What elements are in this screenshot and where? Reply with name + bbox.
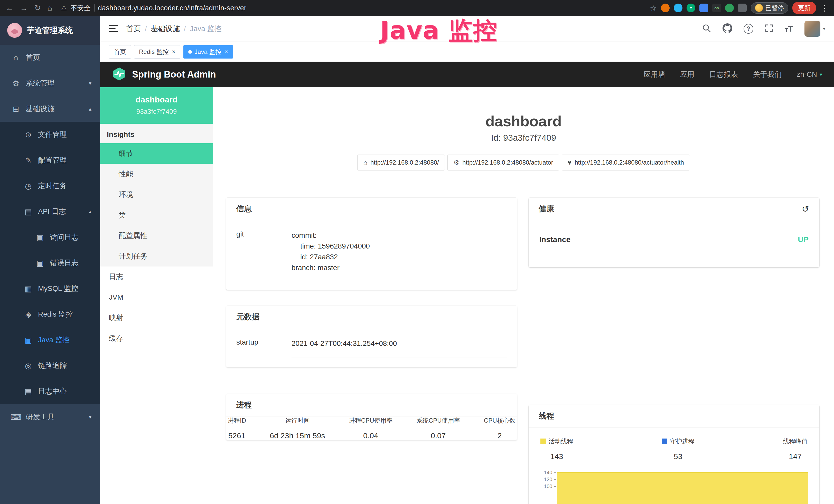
header-actions: ? TT ▾ (702, 21, 825, 37)
sidebar-item-java-monitor[interactable]: ▣ Java 监控 (0, 327, 100, 353)
annotation-java-monitor: Java 监控 (380, 15, 498, 47)
sba-item-mappings[interactable]: 映射 (100, 307, 213, 328)
y-tick: 140 (539, 469, 556, 476)
insights-section-label: Insights (100, 124, 213, 143)
service-url-button[interactable]: ⌂ http://192.168.0.2:48080/ (357, 155, 445, 170)
sidebar-item-home[interactable]: ⌂ 首页 (0, 45, 100, 70)
extension-icon[interactable]: Y (686, 4, 695, 12)
breadcrumb: 首页 / 基础设施 / Java 监控 (126, 24, 222, 33)
sidebar-item-label: 配置管理 (38, 155, 67, 165)
sba-item-classes[interactable]: 类 (100, 205, 213, 225)
home-icon[interactable]: ⌂ (47, 4, 52, 12)
locale-select[interactable]: zh-CN ▾ (797, 70, 822, 78)
admin-menu: ⌂ 首页 ⚙ 系统管理 ▾ ⊞ 基础设施 ▴ ⊙ 文件管理 ✎ 配置管 (0, 45, 100, 430)
close-icon[interactable]: × (224, 48, 228, 55)
nav-applications[interactable]: 应用 (680, 70, 695, 79)
font-size-icon[interactable]: TT (785, 24, 793, 33)
devtools-icon: ⌨ (10, 413, 22, 421)
sba-item-config-props[interactable]: 配置属性 (100, 225, 213, 246)
breadcrumb-separator: / (145, 25, 147, 33)
chevron-down-icon: ▾ (823, 26, 825, 31)
hamburger-icon[interactable] (109, 24, 119, 33)
sidebar-item-mysql-monitor[interactable]: ▦ MySQL 监控 (0, 276, 100, 301)
spring-boot-admin: Spring Boot Admin 应用墙 应用 日志报表 关于我们 zh-CN… (100, 62, 834, 504)
health-url-button[interactable]: ♥ http://192.168.0.2:48080/actuator/heal… (562, 155, 690, 170)
sba-item-logs[interactable]: 日志 (100, 267, 213, 287)
instance-header[interactable]: dashboard 93a3fc7f7409 (100, 87, 213, 124)
sidebar-item-scheduled-jobs[interactable]: ◷ 定时任务 (0, 173, 100, 199)
metadata-card: 元数据 startup 2021-04-27T00:44:31.254+08:0… (226, 306, 517, 367)
reload-icon[interactable]: ↻ (35, 4, 41, 12)
close-icon[interactable]: × (172, 48, 175, 55)
forward-icon[interactable]: → (20, 4, 28, 12)
address-bar[interactable]: ⚠ 不安全 dashboard.yudao.iocoder.cn/infra/a… (61, 4, 246, 13)
sidebar-item-dev-tools[interactable]: ⌨ 研发工具 ▾ (0, 404, 100, 430)
profile-chip[interactable]: 已暂停 (751, 2, 788, 14)
sba-item-scheduled-tasks[interactable]: 计划任务 (100, 246, 213, 267)
sidebar-item-infrastructure[interactable]: ⊞ 基础设施 ▴ (0, 96, 100, 122)
card-title: 进程 (236, 400, 252, 410)
tab-home[interactable]: 首页 (109, 45, 131, 59)
extension-icon[interactable] (699, 4, 708, 12)
help-icon[interactable]: ? (744, 24, 753, 33)
sba-item-environment[interactable]: 环境 (100, 184, 213, 205)
nav-about[interactable]: 关于我们 (753, 70, 782, 79)
redis-icon: ◈ (23, 310, 34, 319)
nav-wallboard[interactable]: 应用墙 (644, 70, 665, 79)
api-log-icon: ▤ (23, 207, 34, 216)
tab-label: Redis 监控 (139, 48, 169, 56)
tab-java-monitor[interactable]: Java 监控 × (183, 45, 233, 59)
sba-item-jvm[interactable]: JVM (100, 287, 213, 307)
brand-logo (7, 23, 22, 38)
sidebar-item-error-log[interactable]: ▣ 错误日志 (0, 250, 100, 276)
nav-journal[interactable]: 日志报表 (709, 70, 738, 79)
bookmark-star-icon[interactable]: ☆ (650, 4, 657, 13)
y-tick: 100 (539, 483, 556, 490)
update-button[interactable]: 更新 (792, 2, 816, 14)
security-label[interactable]: 不安全 (71, 4, 91, 13)
breadcrumb-item-infrastructure[interactable]: 基础设施 (151, 24, 180, 33)
history-icon[interactable]: ↺ (802, 204, 809, 214)
java-icon: ▣ (23, 336, 34, 345)
sidebar-item-access-log[interactable]: ▣ 访问日志 (0, 224, 100, 250)
github-icon[interactable] (723, 23, 732, 34)
extension-icon[interactable] (674, 4, 682, 12)
user-avatar[interactable] (805, 21, 820, 37)
sidebar-item-label: 首页 (26, 53, 40, 62)
fullscreen-icon[interactable] (765, 24, 773, 33)
actuator-url: http://192.168.0.2:48080/actuator (462, 159, 553, 166)
sba-body: dashboard 93a3fc7f7409 Insights 细节 性能 环境… (100, 87, 834, 504)
tab-redis-monitor[interactable]: Redis 监控 × (134, 45, 180, 59)
sidebar-item-api-log[interactable]: ▤ API 日志 ▴ (0, 199, 100, 224)
health-card: 健康 ↺ Instance UP (529, 198, 820, 267)
extension-icon[interactable] (661, 4, 670, 12)
actuator-url-button[interactable]: ⚙ http://192.168.0.2:48080/actuator (447, 155, 559, 170)
info-value: commit: time: 1596289704000 id: 27aa832 … (291, 230, 507, 280)
sidebar-item-log-center[interactable]: ▤ 日志中心 (0, 379, 100, 404)
sba-item-details[interactable]: 细节 (100, 143, 213, 164)
back-icon[interactable]: ← (6, 4, 13, 12)
trace-icon: ◎ (23, 361, 34, 370)
cards-left-column: 信息 git commit: time: 1596289704000 id: 2 (226, 198, 517, 440)
sidebar-item-redis-monitor[interactable]: ◈ Redis 监控 (0, 301, 100, 327)
url-text[interactable]: dashboard.yudao.iocoder.cn/infra/admin-s… (98, 4, 247, 12)
sba-item-metrics[interactable]: 性能 (100, 164, 213, 184)
health-status-badge: UP (798, 235, 809, 244)
card-header: 进程 (226, 394, 517, 416)
extension-puzzle-icon[interactable] (738, 4, 747, 12)
sidebar-item-file-management[interactable]: ⊙ 文件管理 (0, 122, 100, 147)
sidebar-item-system[interactable]: ⚙ 系统管理 ▾ (0, 70, 100, 96)
card-body: startup 2021-04-27T00:44:31.254+08:00 (226, 328, 517, 367)
extension-icon[interactable] (725, 4, 734, 12)
info-card: 信息 git commit: time: 1596289704000 id: 2 (226, 198, 517, 290)
sidebar-item-config-management[interactable]: ✎ 配置管理 (0, 147, 100, 173)
breadcrumb-item-home[interactable]: 首页 (126, 24, 141, 33)
extension-on-badge[interactable]: on (712, 4, 721, 12)
browser-menu-icon[interactable]: ⋮ (821, 4, 828, 13)
chevron-down-icon: ▾ (89, 414, 91, 420)
sidebar-item-trace[interactable]: ◎ 链路追踪 (0, 353, 100, 379)
user-menu[interactable]: ▾ (805, 21, 825, 37)
content-area: Java 监控 首页 / 基础设施 / Java 监控 ? (100, 16, 834, 504)
sba-item-caches[interactable]: 缓存 (100, 328, 213, 349)
search-icon[interactable] (702, 24, 711, 34)
